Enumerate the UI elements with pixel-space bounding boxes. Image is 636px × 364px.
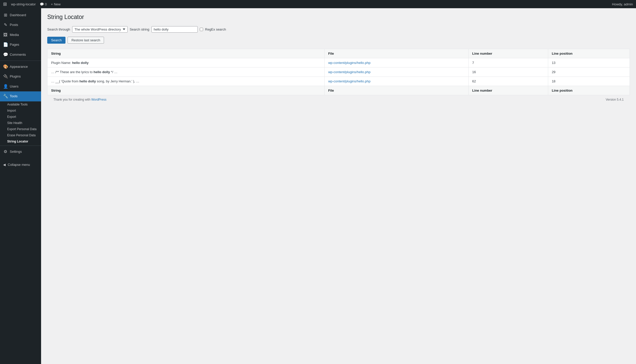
settings-icon: ⚙ (3, 149, 8, 155)
plus-icon: + (51, 2, 53, 6)
users-icon: 👤 (3, 84, 8, 89)
table-footer-row: String File Line number Line position (48, 86, 630, 95)
collapse-menu-button[interactable]: ◀ Collapse menu (0, 161, 41, 169)
sidebar-item-posts-label: Posts (10, 23, 18, 27)
submenu-site-health[interactable]: Site Health (0, 120, 41, 126)
cell-file: wp-content/plugins/hello.php (325, 58, 469, 67)
file-link[interactable]: wp-content/plugins/hello.php (328, 61, 371, 65)
button-row: Search Restore last search (47, 37, 630, 44)
footer-version: Version 5.4.1 (606, 98, 624, 101)
table-row: Plugin Name: hello dollywp-content/plugi… (48, 58, 630, 67)
sidebar-item-users[interactable]: 👤 Users (0, 82, 41, 91)
table-header-row: String File Line number Line position (48, 49, 630, 58)
results-table: String File Line number Line position Pl… (47, 49, 630, 95)
howdy-text[interactable]: Howdy, admin (612, 2, 633, 6)
submenu-erase-personal-data[interactable]: Erase Personal Data (0, 132, 41, 138)
sidebar-item-plugins[interactable]: 🔌 Plugins (0, 72, 41, 81)
restore-last-search-button[interactable]: Restore last search (68, 37, 104, 44)
sidebar-item-users-label: Users (10, 84, 18, 89)
collapse-label: Collapse menu (8, 163, 30, 167)
cell-line-position: 18 (548, 76, 630, 86)
col-file-footer: File (325, 86, 469, 95)
media-icon: 🖼 (3, 32, 8, 38)
table-row: … /** These are the lyrics to hello doll… (48, 67, 630, 76)
site-name-link[interactable]: wp-string-locator (11, 2, 36, 6)
comments-link[interactable]: 💬 0 (40, 2, 47, 6)
cell-line-position: 13 (548, 58, 630, 67)
sidebar-item-settings-label: Settings (10, 149, 22, 154)
cell-line-position: 29 (548, 67, 630, 76)
sidebar-item-pages-label: Pages (10, 42, 19, 47)
cell-string: … __( 'Quote from hello dolly song, by J… (48, 76, 325, 86)
col-line-position: Line position (548, 49, 630, 58)
col-line-number: Line number (469, 49, 548, 58)
footer-credit: Thank you for creating with WordPress (53, 98, 107, 101)
sidebar-item-appearance-label: Appearance (10, 64, 28, 69)
sidebar-item-plugins-label: Plugins (10, 74, 21, 79)
search-through-label: Search through (47, 27, 70, 31)
admin-sidebar: ⊞ Dashboard ✎ Posts 🖼 Media 📄 Pages 💬 Co… (0, 8, 41, 364)
sidebar-item-dashboard-label: Dashboard (10, 13, 26, 17)
search-through-select[interactable]: The whole WordPress directory Plugins Th… (72, 26, 128, 33)
menu-separator-1 (0, 61, 41, 61)
page-footer: Thank you for creating with WordPress Ve… (47, 95, 630, 104)
search-string-label: Search string (130, 27, 149, 31)
new-label: New (54, 2, 61, 6)
cell-file: wp-content/plugins/hello.php (325, 67, 469, 76)
page-wrap: String Locator Search through The whole … (47, 13, 630, 95)
submenu-export[interactable]: Export (0, 114, 41, 120)
pages-icon: 📄 (3, 42, 8, 47)
submenu-string-locator[interactable]: String Locator (0, 138, 41, 145)
comment-icon: 💬 (40, 2, 44, 6)
cell-line-number: 7 (469, 58, 548, 67)
sidebar-item-comments[interactable]: 💬 Comments (0, 50, 41, 60)
plugins-icon: 🔌 (3, 74, 8, 79)
wp-wrap: ⊞ Dashboard ✎ Posts 🖼 Media 📄 Pages 💬 Co… (0, 8, 636, 364)
tools-icon: 🔧 (3, 93, 8, 99)
sidebar-item-media-label: Media (10, 33, 19, 37)
cell-line-number: 16 (469, 67, 548, 76)
sidebar-item-settings[interactable]: ⚙ Settings (0, 147, 41, 157)
cell-string: Plugin Name: hello dolly (48, 58, 325, 67)
tools-submenu: Available Tools Import Export Site Healt… (0, 101, 41, 145)
col-line-number-footer: Line number (469, 86, 548, 95)
appearance-icon: 🎨 (3, 64, 8, 70)
file-link[interactable]: wp-content/plugins/hello.php (328, 79, 371, 83)
wp-logo-icon[interactable]: ⊞ (3, 1, 7, 7)
cell-file: wp-content/plugins/hello.php (325, 76, 469, 86)
menu-separator-2 (0, 146, 41, 146)
sidebar-item-posts[interactable]: ✎ Posts (0, 20, 41, 30)
admin-bar: ⊞ wp-string-locator 💬 0 + New Howdy, adm… (0, 0, 636, 8)
cell-line-number: 62 (469, 76, 548, 86)
footer-thank-you: Thank you for creating with (53, 98, 91, 101)
table-row: … __( 'Quote from hello dolly song, by J… (48, 76, 630, 86)
page-title: String Locator (47, 13, 630, 21)
submenu-available-tools[interactable]: Available Tools (0, 101, 41, 108)
comments-icon: 💬 (3, 52, 8, 58)
submenu-export-personal-data[interactable]: Export Personal Data (0, 126, 41, 132)
submenu-import[interactable]: Import (0, 108, 41, 114)
sidebar-item-comments-label: Comments (10, 52, 26, 57)
sidebar-item-pages[interactable]: 📄 Pages (0, 40, 41, 50)
regex-checkbox[interactable] (200, 28, 203, 31)
new-content-link[interactable]: + New (51, 2, 61, 6)
sidebar-item-tools[interactable]: 🔧 Tools (0, 91, 41, 101)
sidebar-item-media[interactable]: 🖼 Media (0, 30, 41, 40)
col-string-footer: String (48, 86, 325, 95)
col-line-position-footer: Line position (548, 86, 630, 95)
col-file: File (325, 49, 469, 58)
regex-label: RegEx search (205, 27, 226, 31)
dashboard-icon: ⊞ (3, 12, 8, 18)
sidebar-item-appearance[interactable]: 🎨 Appearance (0, 62, 41, 72)
sidebar-item-dashboard[interactable]: ⊞ Dashboard (0, 10, 41, 20)
posts-icon: ✎ (3, 22, 8, 28)
search-string-input[interactable] (151, 26, 198, 33)
cell-string: … /** These are the lyrics to hello doll… (48, 67, 325, 76)
search-controls: Search through The whole WordPress direc… (47, 26, 630, 33)
file-link[interactable]: wp-content/plugins/hello.php (328, 70, 371, 74)
main-content: String Locator Search through The whole … (41, 8, 636, 364)
collapse-icon: ◀ (3, 163, 6, 167)
footer-wp-link[interactable]: WordPress (91, 98, 106, 101)
search-button[interactable]: Search (47, 37, 65, 44)
col-string: String (48, 49, 325, 58)
